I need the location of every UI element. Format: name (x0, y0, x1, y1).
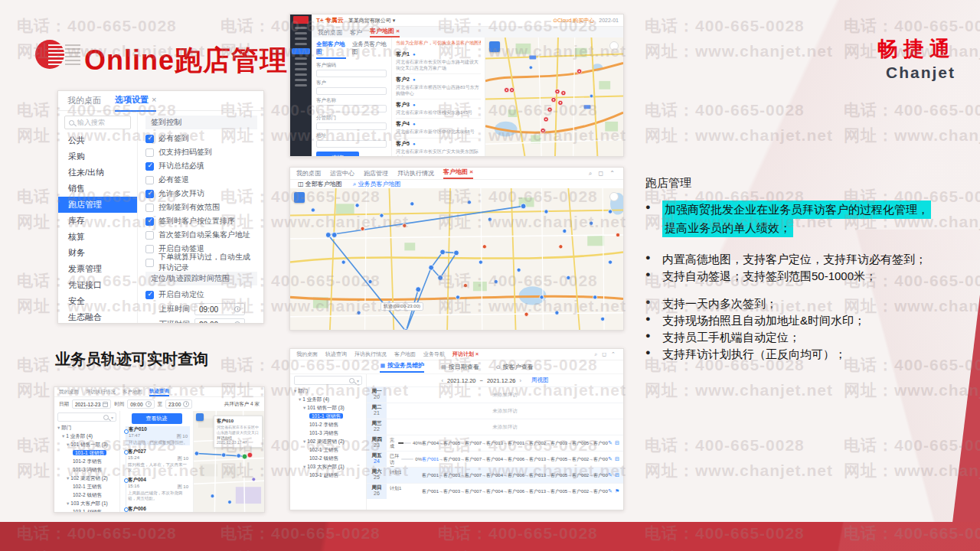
window-icons[interactable]: ⌕ ◻ ⌃ (589, 170, 617, 178)
visit-entry[interactable]: 客户010 17:47图 10 拜访总结：已完成签到并拍照。 (126, 426, 190, 445)
start-time-input[interactable]: 09:00 (194, 303, 245, 315)
menu-item-eco[interactable]: 生态融合 (58, 309, 137, 324)
tree-node[interactable]: ▾103 大客户部 (1) (57, 499, 116, 507)
tree-node[interactable]: 102-2 钱销售 (57, 491, 116, 499)
checkbox[interactable] (145, 190, 154, 198)
checkbox[interactable] (145, 217, 154, 226)
tab-customer-map[interactable]: 客户地图 (122, 389, 142, 396)
tree-node[interactable]: 101-2 李销售 (294, 420, 362, 429)
search-input[interactable]: 输入搜索 (64, 116, 131, 129)
edit-icon[interactable]: ✎ (608, 472, 612, 478)
menu-item-purchase[interactable]: 采购 (58, 148, 137, 165)
tab-store-visit[interactable]: 跑店管理 (364, 169, 388, 178)
customer-input[interactable] (316, 87, 387, 95)
checkbox[interactable] (145, 204, 154, 212)
tree-node[interactable]: 102-2 钱销售 (294, 454, 362, 462)
edit-icon[interactable]: ✎ (608, 440, 612, 446)
subtab-salesman-customer-map[interactable]: 业务员客户地图 (352, 41, 387, 59)
tree-node[interactable]: ▾部门 (294, 386, 362, 395)
tab-my-desktop[interactable]: 我的桌面 (59, 389, 79, 396)
menu-item-sales[interactable]: 销售 (58, 181, 137, 197)
tab-my-desktop[interactable]: 我的桌面 (318, 28, 342, 37)
tab-visit-execution[interactable]: 拜访执行情况 (354, 350, 387, 358)
week-view-link[interactable]: 周视图 (531, 377, 549, 384)
menu-item-finance[interactable]: 财务 (58, 245, 137, 261)
sidebar-active-item[interactable] (292, 48, 310, 54)
subtab-by-customer[interactable]: ⊙按客户查看 (496, 363, 534, 371)
tree-node[interactable]: 103-1 赵销售 (57, 507, 116, 512)
customer-list-item[interactable]: 客户3河北省石家庄市裕华区槐安东路145号 (396, 99, 481, 119)
tree-search-input[interactable]: ▾ (57, 412, 116, 422)
tab-track-query[interactable]: 轨迹查询 (149, 388, 169, 396)
tab-ops-center[interactable]: 运营中心 (330, 169, 354, 178)
checkbox[interactable] (145, 259, 154, 267)
menu-item-accounting[interactable]: 核算 (58, 229, 137, 245)
view-track-button[interactable]: 查看轨迹 (132, 413, 182, 424)
visit-entry[interactable]: 客户004 15:16图 10 上周新品已铺货，本次补货两箱，周五结款。 (126, 475, 190, 504)
tree-node[interactable]: 102-1 王销售 (294, 445, 362, 454)
tab-customer-map[interactable]: 客户地图 × (443, 168, 473, 179)
map-layers-control[interactable] (489, 41, 500, 52)
menu-item-security[interactable]: 安全 (58, 293, 137, 309)
menu-item-invoice[interactable]: 发票管理 (58, 261, 137, 277)
map-layers-control[interactable] (196, 413, 204, 421)
delete-icon[interactable]: ⊟ (615, 456, 619, 462)
visit-entry[interactable]: 客户006 13:24图 10 核对库存，上周活动赠品50元5箱，月底兑付。 (126, 504, 190, 512)
tree-node[interactable]: ▾103 大客户部 (1) (294, 462, 362, 471)
tree-node[interactable]: ▾1 业务部 (4) (294, 395, 362, 403)
map-layers-control[interactable] (294, 192, 305, 203)
subtab-by-salesman[interactable]: ▦按业务员维护 (380, 361, 424, 373)
tree-search-input[interactable]: ▾ (294, 376, 362, 385)
tab-my-desktop[interactable]: 我的桌面 (67, 95, 101, 106)
tab-customer-map[interactable]: 客户地图 × (370, 27, 400, 37)
tab-business-nav[interactable]: 业务导航 (423, 350, 445, 358)
window-icons[interactable]: ⌕ ◻ ⌃ (595, 351, 618, 357)
tab-visit-execution[interactable]: 拜访执行情况 (397, 169, 434, 178)
menu-item-inventory[interactable]: 库存 (58, 213, 137, 229)
time-from-input[interactable]: 09:00 (127, 399, 154, 409)
customer-list-item[interactable]: 客户1河北省石家庄市长安区中山东路与建设大街交叉口西北角万象广场 (396, 49, 481, 74)
menu-item-ar-ap[interactable]: 往来/出纳 (58, 165, 137, 181)
customer-list-item[interactable]: 客户2河北省石家庄市桥西区中山西路83号东方购物中心 (396, 74, 481, 99)
tab-customer-map[interactable]: 客户地图 (394, 350, 416, 358)
checkbox[interactable] (145, 148, 154, 157)
track-map-canvas[interactable]: 客户010 河北省石家庄市长安区中山东路与建设大街交叉口 拜访总结 2021-1… (194, 411, 264, 512)
tab-my-desktop[interactable]: 我的桌面 (296, 169, 321, 178)
checkbox[interactable] (145, 162, 154, 171)
tree-node[interactable]: ▾101 销售一部 (3) (294, 403, 362, 412)
menu-item-voucher[interactable]: 凭证接口 (58, 277, 137, 293)
delete-icon[interactable]: ⊟ (615, 440, 619, 446)
address-input[interactable] (316, 140, 387, 148)
next-week-icon[interactable]: › (519, 377, 521, 384)
date-input[interactable]: 2021-12-23 (72, 399, 111, 409)
tree-node[interactable]: ▾部门 (57, 423, 116, 432)
delete-icon[interactable]: ⊟ (615, 472, 619, 478)
tree-node-selected[interactable]: 101-1 张销售 (57, 448, 116, 457)
edit-icon[interactable]: ✎ (608, 488, 612, 494)
tree-node[interactable]: ▾102 渠道营销 (2) (57, 474, 116, 482)
tree-node[interactable]: 101-2 李销售 (57, 457, 116, 465)
edit-icon[interactable]: ✎ (608, 456, 612, 462)
tab-visit-execution[interactable]: 拜访执行情况 (86, 389, 116, 396)
department-input[interactable] (316, 122, 387, 130)
time-to-input[interactable]: 23:00 (165, 399, 192, 409)
tab-track-query[interactable]: 轨迹查询 (325, 350, 347, 358)
checkbox[interactable] (145, 176, 154, 184)
tree-node[interactable]: 102-1 王销售 (57, 482, 116, 491)
subtab-by-date[interactable]: ▤按日期查看 (441, 363, 479, 371)
customer-code-input[interactable] (316, 70, 387, 77)
close-icon[interactable]: × (152, 95, 156, 104)
menu-item-public[interactable]: 公共 (58, 132, 137, 148)
tree-node[interactable]: 101-3 冯销售 (294, 429, 362, 437)
flag-icon[interactable]: ⚑ (615, 488, 619, 494)
tab-option-settings[interactable]: 选项设置× (115, 94, 156, 112)
prev-week-icon[interactable]: ‹ (442, 377, 444, 384)
customer-list-item[interactable]: 客户4河北省石家庄市新华区中华北大街68号 (396, 119, 481, 138)
tree-node[interactable]: ▾101 销售一部 (3) (57, 440, 116, 448)
tree-node[interactable]: 103-1 赵销售 (294, 471, 362, 479)
checkbox[interactable] (145, 291, 154, 299)
tab-visit-plan[interactable]: 拜访计划 × (452, 350, 479, 358)
customer-name-input[interactable] (316, 105, 387, 112)
checkbox[interactable] (145, 135, 154, 143)
subtab-all-customer-map[interactable]: ◫ 全部客户地图 (298, 180, 342, 188)
